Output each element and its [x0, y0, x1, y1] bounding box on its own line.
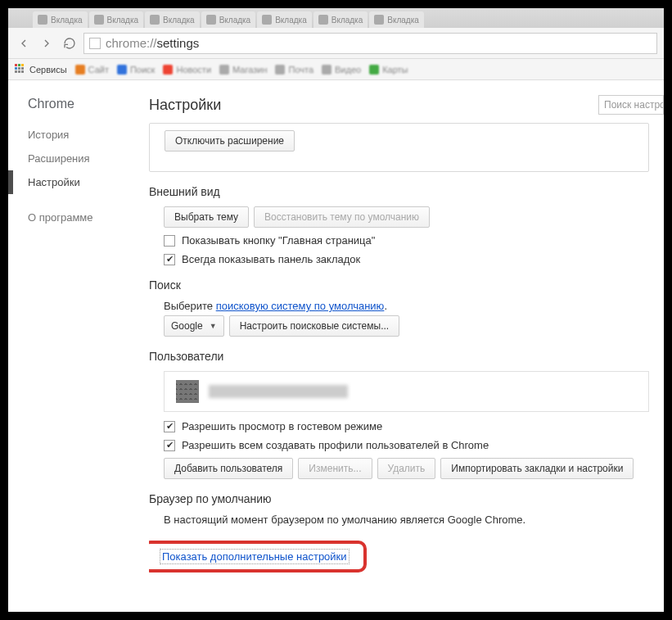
toolbar: chrome://settings	[8, 28, 664, 59]
bookmark-item[interactable]: Видео	[322, 65, 361, 75]
extension-box: Отключить расширение	[149, 123, 649, 172]
choose-theme-button[interactable]: Выбрать тему	[164, 206, 249, 228]
default-browser-status: В настоящий момент браузером по умолчани…	[164, 514, 664, 526]
address-bar[interactable]: chrome://settings	[83, 33, 657, 54]
back-button[interactable]	[15, 34, 33, 52]
page-icon	[89, 38, 101, 49]
reset-theme-button[interactable]: Восстановить тему по умолчанию	[254, 206, 430, 228]
sidebar-item-history[interactable]: История	[8, 123, 149, 147]
show-bookmarks-checkbox[interactable]	[164, 254, 175, 265]
show-home-label: Показывать кнопку "Главная страница"	[182, 234, 375, 247]
guest-browsing-label: Разрешить просмотр в гостевом режиме	[182, 420, 382, 432]
show-bookmarks-label: Всегда показывать панель закладок	[182, 253, 360, 265]
edit-user-button[interactable]: Изменить...	[298, 458, 372, 479]
search-hint-prefix: Выберите	[164, 300, 216, 312]
tab-strip: Вкладка Вкладка Вкладка Вкладка Вкладка …	[8, 8, 664, 28]
section-title-default-browser: Браузер по умолчанию	[149, 492, 664, 505]
import-bookmarks-button[interactable]: Импортировать закладки и настройки	[440, 458, 634, 479]
bookmark-item[interactable]: Почта	[275, 65, 313, 75]
browser-tab[interactable]: Вкладка	[313, 11, 368, 28]
bookmark-item[interactable]: Карты	[369, 65, 408, 75]
url-scheme: chrome://	[106, 36, 157, 50]
brand-label: Chrome	[8, 97, 149, 123]
search-engine-select[interactable]: Google ▼	[164, 315, 224, 337]
default-search-link[interactable]: поисковую систему по умолчанию	[216, 300, 385, 312]
bookmark-item[interactable]: Поиск	[117, 65, 155, 75]
browser-tab[interactable]: Вкладка	[369, 11, 424, 28]
browser-tab[interactable]: Вкладка	[257, 11, 312, 28]
apps-icon	[15, 64, 26, 75]
show-advanced-link[interactable]: Показать дополнительные настройки	[160, 550, 349, 563]
highlight-annotation: Показать дополнительные настройки	[149, 541, 367, 572]
disable-extension-button[interactable]: Отключить расширение	[165, 130, 295, 152]
anyone-add-profile-label: Разрешить всем создавать профили пользов…	[182, 439, 489, 451]
reload-button[interactable]	[61, 34, 79, 52]
current-user-box[interactable]	[164, 371, 649, 412]
anyone-add-profile-checkbox[interactable]	[164, 440, 175, 451]
user-name-redacted	[209, 385, 348, 398]
page-title: Настройки	[149, 97, 221, 114]
avatar	[176, 380, 199, 403]
forward-button[interactable]	[38, 34, 56, 52]
delete-user-button[interactable]: Удалить	[377, 458, 436, 479]
sidebar-item-about[interactable]: О программе	[8, 206, 149, 229]
show-home-checkbox[interactable]	[164, 235, 175, 247]
section-title-users: Пользователи	[149, 350, 664, 363]
browser-tab[interactable]: Вкладка	[89, 11, 144, 28]
browser-tab[interactable]: Вкладка	[33, 11, 88, 28]
bookmark-item[interactable]: Сайт	[75, 65, 109, 75]
apps-shortcut[interactable]: Сервисы	[15, 64, 67, 75]
section-title-appearance: Внешний вид	[149, 185, 664, 198]
settings-sidebar: Chrome История Расширения Настройки О пр…	[8, 80, 149, 612]
bookmark-item[interactable]: Новости	[163, 65, 211, 75]
section-title-search: Поиск	[149, 278, 664, 292]
settings-main: Настройки Поиск настроек Отключить расши…	[149, 80, 664, 612]
sidebar-item-settings[interactable]: Настройки	[8, 170, 149, 194]
add-user-button[interactable]: Добавить пользователя	[164, 458, 293, 479]
search-hint-suffix: .	[384, 300, 387, 312]
browser-tab[interactable]: Вкладка	[201, 11, 256, 28]
url-path: settings	[157, 36, 200, 50]
bookmark-item[interactable]: Магазин	[219, 65, 267, 75]
browser-tab[interactable]: Вкладка	[145, 11, 200, 28]
manage-search-button[interactable]: Настроить поисковые системы...	[229, 315, 400, 337]
bookmarks-bar: Сервисы Сайт Поиск Новости Магазин Почта…	[8, 59, 664, 80]
caret-down-icon: ▼	[210, 322, 217, 330]
settings-search-input[interactable]: Поиск настроек	[598, 95, 664, 115]
guest-browsing-checkbox[interactable]	[164, 421, 175, 432]
sidebar-item-extensions[interactable]: Расширения	[8, 147, 149, 170]
